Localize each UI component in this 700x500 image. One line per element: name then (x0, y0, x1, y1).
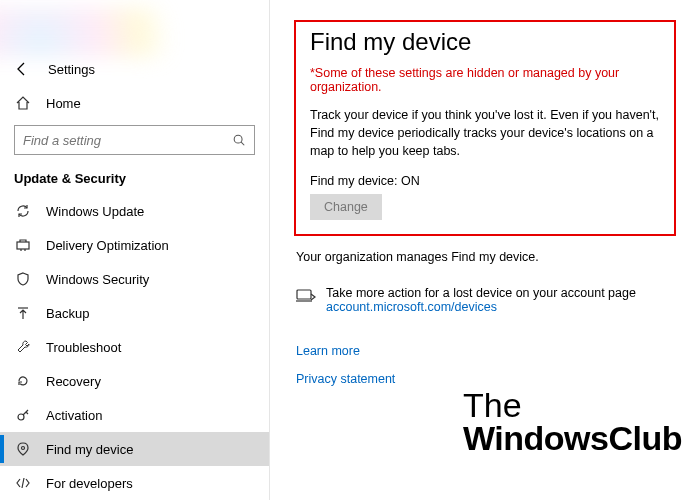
sidebar-item-troubleshoot[interactable]: Troubleshoot (0, 330, 269, 364)
svg-point-4 (22, 447, 25, 450)
header-row: Settings (0, 57, 269, 87)
status-label: Find my device: ON (310, 174, 660, 188)
svg-point-0 (234, 135, 242, 143)
nav-label: Troubleshoot (46, 340, 121, 355)
home-icon (14, 95, 32, 111)
sidebar-item-activation[interactable]: Activation (0, 398, 269, 432)
svg-rect-5 (297, 290, 311, 299)
nav-label: Recovery (46, 374, 101, 389)
nav-label: Backup (46, 306, 89, 321)
svg-rect-2 (17, 242, 29, 249)
main-content: Find my device *Some of these settings a… (270, 0, 700, 500)
footer-links: Learn more Privacy statement (296, 344, 676, 386)
back-icon[interactable] (14, 61, 30, 77)
sidebar-item-for-developers[interactable]: For developers (0, 466, 269, 500)
nav-label: Find my device (46, 442, 133, 457)
sidebar-item-find-my-device[interactable]: Find my device (0, 432, 269, 466)
privacy-link[interactable]: Privacy statement (296, 372, 676, 386)
device-icon (296, 288, 316, 304)
page-title: Find my device (310, 28, 660, 56)
watermark: The WindowsClub (463, 389, 682, 454)
search-input[interactable] (23, 133, 232, 148)
more-action-text: Take more action for a lost device on yo… (326, 286, 636, 314)
delivery-icon (14, 237, 32, 253)
code-icon (14, 475, 32, 491)
watermark-line1: The (463, 389, 682, 421)
home-label: Home (46, 96, 81, 111)
search-icon (232, 133, 246, 147)
nav-label: Delivery Optimization (46, 238, 169, 253)
sync-icon (14, 203, 32, 219)
svg-line-1 (241, 142, 244, 145)
devices-link[interactable]: account.microsoft.com/devices (326, 300, 497, 314)
org-warning: *Some of these settings are hidden or ma… (310, 66, 660, 94)
more-action-desc: Take more action for a lost device on yo… (326, 286, 636, 300)
feature-description: Track your device if you think you've lo… (310, 106, 660, 160)
wrench-icon (14, 339, 32, 355)
category-title: Update & Security (0, 167, 269, 194)
sidebar-item-windows-security[interactable]: Windows Security (0, 262, 269, 296)
location-icon (14, 441, 32, 457)
more-action-row: Take more action for a lost device on yo… (296, 286, 676, 314)
learn-more-link[interactable]: Learn more (296, 344, 676, 358)
sidebar-item-recovery[interactable]: Recovery (0, 364, 269, 398)
highlighted-section: Find my device *Some of these settings a… (294, 20, 676, 236)
search-box[interactable] (14, 125, 255, 155)
settings-sidebar: Settings Home Update & Security Windows … (0, 0, 270, 500)
key-icon (14, 407, 32, 423)
decorative-blur (0, 8, 180, 57)
sidebar-item-home[interactable]: Home (0, 87, 269, 119)
sidebar-item-backup[interactable]: Backup (0, 296, 269, 330)
watermark-line2: WindowsClub (463, 422, 682, 454)
shield-icon (14, 271, 32, 287)
change-button[interactable]: Change (310, 194, 382, 220)
recovery-icon (14, 373, 32, 389)
nav-label: Activation (46, 408, 102, 423)
search-container (0, 119, 269, 167)
settings-title: Settings (48, 62, 95, 77)
org-manages-text: Your organization manages Find my device… (296, 250, 674, 264)
nav-label: Windows Security (46, 272, 149, 287)
nav-list: Windows Update Delivery Optimization Win… (0, 194, 269, 500)
nav-label: Windows Update (46, 204, 144, 219)
sidebar-item-delivery-optimization[interactable]: Delivery Optimization (0, 228, 269, 262)
backup-icon (14, 305, 32, 321)
sidebar-item-windows-update[interactable]: Windows Update (0, 194, 269, 228)
nav-label: For developers (46, 476, 133, 491)
